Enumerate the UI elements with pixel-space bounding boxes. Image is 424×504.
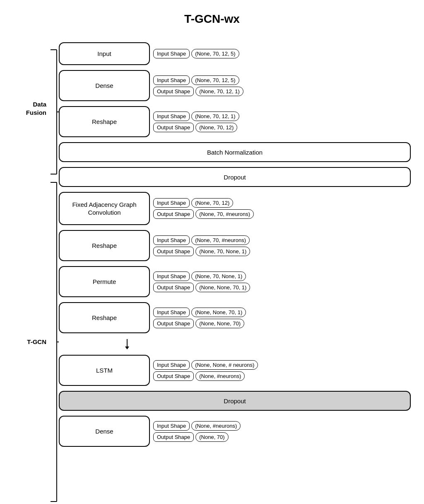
- shape-info-input: Input Shape (None, 70, 12, 5): [153, 49, 239, 58]
- svg-text:T-GCN: T-GCN: [27, 338, 46, 345]
- dense2-output-value: (None, 70): [195, 432, 228, 442]
- reshape1-output-value: (None, 70, 12): [195, 123, 237, 132]
- layer-row-dense2: Dense Input Shape (None, #neurons) Outpu…: [59, 416, 411, 447]
- layer-box-dense1: Dense: [59, 70, 150, 101]
- page-title: T-GCN-wx: [184, 12, 240, 26]
- shape-row-gcn-in: Input Shape (None, 70, 12): [153, 198, 254, 208]
- arrow-shaft: [127, 339, 128, 346]
- reshape1-input-label: Input Shape: [153, 111, 190, 121]
- gcn-input-value: (None, 70, 12): [191, 198, 233, 208]
- shape-row-permute-out: Output Shape (None, None, 70, 1): [153, 283, 250, 292]
- labels-column: Data Fusion T-GCN: [13, 42, 59, 504]
- layer-row-reshape2: Reshape Input Shape (None, 70, #neurons)…: [59, 230, 411, 261]
- layer-row-input: Input Input Shape (None, 70, 12, 5): [59, 42, 411, 65]
- shape-row-dense1-in: Input Shape (None, 70, 12, 5): [153, 75, 243, 85]
- shape-row-input: Input Shape (None, 70, 12, 5): [153, 49, 239, 58]
- dense2-input-label: Input Shape: [153, 421, 190, 431]
- shape-info-lstm: Input Shape (None, None, # neurons) Outp…: [153, 360, 258, 381]
- arrow-container: [59, 338, 411, 350]
- layer-row-reshape3: Reshape Input Shape (None, None, 70, 1) …: [59, 302, 411, 333]
- reshape2-output-label: Output Shape: [153, 247, 194, 256]
- arrow: [125, 339, 129, 349]
- layer-row-reshape1: Reshape Input Shape (None, 70, 12, 1) Ou…: [59, 106, 411, 137]
- layer-row-dropout2: Dropout: [59, 391, 411, 411]
- input-shape-label: Input Shape: [153, 49, 190, 58]
- permute-output-label: Output Shape: [153, 283, 194, 292]
- layer-row-gcn: Fixed Adjacency Graph Convolution Input …: [59, 192, 411, 225]
- layer-box-dropout1: Dropout: [59, 167, 411, 187]
- dense2-output-label: Output Shape: [153, 432, 194, 442]
- lstm-output-value: (None, #neurons): [195, 371, 245, 381]
- shape-info-dense2: Input Shape (None, #neurons) Output Shap…: [153, 421, 241, 442]
- svg-text:Data: Data: [33, 101, 46, 108]
- shape-row-dense2-out: Output Shape (None, 70): [153, 432, 241, 442]
- permute-output-value: (None, None, 70, 1): [195, 283, 250, 292]
- shape-row-reshape3-out: Output Shape (None, None, 70): [153, 319, 246, 328]
- reshape2-input-value: (None, 70, #neurons): [191, 235, 250, 245]
- shape-row-reshape1-out: Output Shape (None, 70, 12): [153, 123, 239, 132]
- layer-row-dense1: Dense Input Shape (None, 70, 12, 5) Outp…: [59, 70, 411, 101]
- layer-row-batchnorm: Batch Normalization: [59, 142, 411, 162]
- permute-input-value: (None, 70, None, 1): [191, 271, 246, 281]
- shape-info-reshape3: Input Shape (None, None, 70, 1) Output S…: [153, 308, 246, 328]
- dense1-output-label: Output Shape: [153, 87, 194, 96]
- dense1-input-value: (None, 70, 12, 5): [191, 75, 239, 85]
- shape-row-reshape2-in: Input Shape (None, 70, #neurons): [153, 235, 250, 245]
- shape-info-reshape2: Input Shape (None, 70, #neurons) Output …: [153, 235, 250, 256]
- shape-row-reshape2-out: Output Shape (None, 70, None, 1): [153, 247, 250, 256]
- gcn-output-value: (None, 70, #neurons): [195, 209, 254, 219]
- reshape3-input-value: (None, None, 70, 1): [191, 308, 246, 317]
- layer-box-gcn: Fixed Adjacency Graph Convolution: [59, 192, 150, 225]
- shape-row-lstm-out: Output Shape (None, #neurons): [153, 371, 258, 381]
- reshape1-input-value: (None, 70, 12, 1): [191, 111, 239, 121]
- input-shape-value: (None, 70, 12, 5): [191, 49, 239, 58]
- reshape3-output-label: Output Shape: [153, 319, 194, 328]
- layer-box-input: Input: [59, 42, 150, 65]
- shape-row-reshape3-in: Input Shape (None, None, 70, 1): [153, 308, 246, 317]
- reshape1-output-label: Output Shape: [153, 123, 194, 132]
- bracket-svg: Data Fusion T-GCN: [13, 42, 59, 504]
- lstm-input-label: Input Shape: [153, 360, 190, 370]
- dense1-input-label: Input Shape: [153, 75, 190, 85]
- svg-text:Fusion: Fusion: [26, 109, 46, 116]
- reshape3-output-value: (None, None, 70): [195, 319, 244, 328]
- shape-row-reshape1-in: Input Shape (None, 70, 12, 1): [153, 111, 239, 121]
- layer-row-lstm: LSTM Input Shape (None, None, # neurons)…: [59, 355, 411, 386]
- layer-box-reshape1: Reshape: [59, 106, 150, 137]
- layer-box-reshape2: Reshape: [59, 230, 150, 261]
- shape-row-dense1-out: Output Shape (None, 70, 12, 1): [153, 87, 243, 96]
- reshape2-output-value: (None, 70, None, 1): [195, 247, 250, 256]
- layer-box-dense2: Dense: [59, 416, 150, 447]
- layer-box-permute: Permute: [59, 266, 150, 297]
- lstm-output-label: Output Shape: [153, 371, 194, 381]
- shape-row-gcn-out: Output Shape (None, 70, #neurons): [153, 209, 254, 219]
- gcn-output-label: Output Shape: [153, 209, 194, 219]
- layer-row-permute: Permute Input Shape (None, 70, None, 1) …: [59, 266, 411, 297]
- reshape2-input-label: Input Shape: [153, 235, 190, 245]
- shape-row-dense2-in: Input Shape (None, #neurons): [153, 421, 241, 431]
- shape-row-permute-in: Input Shape (None, 70, None, 1): [153, 271, 250, 281]
- layer-box-batchnorm: Batch Normalization: [59, 142, 411, 162]
- dense1-output-value: (None, 70, 12, 1): [195, 87, 243, 96]
- content-column: Input Input Shape (None, 70, 12, 5) Dens…: [59, 42, 411, 504]
- layer-box-reshape3: Reshape: [59, 302, 150, 333]
- layer-box-dropout2: Dropout: [59, 391, 411, 411]
- shape-info-gcn: Input Shape (None, 70, 12) Output Shape …: [153, 198, 254, 219]
- permute-input-label: Input Shape: [153, 271, 190, 281]
- gcn-input-label: Input Shape: [153, 198, 190, 208]
- lstm-input-value: (None, None, # neurons): [191, 360, 258, 370]
- layer-row-dropout1: Dropout: [59, 167, 411, 187]
- dense2-input-value: (None, #neurons): [191, 421, 241, 431]
- reshape3-input-label: Input Shape: [153, 308, 190, 317]
- arrow-head: [125, 346, 129, 349]
- layer-box-lstm: LSTM: [59, 355, 150, 386]
- shape-info-dense1: Input Shape (None, 70, 12, 5) Output Sha…: [153, 75, 243, 96]
- shape-info-permute: Input Shape (None, 70, None, 1) Output S…: [153, 271, 250, 292]
- shape-row-lstm-in: Input Shape (None, None, # neurons): [153, 360, 258, 370]
- shape-info-reshape1: Input Shape (None, 70, 12, 1) Output Sha…: [153, 111, 239, 132]
